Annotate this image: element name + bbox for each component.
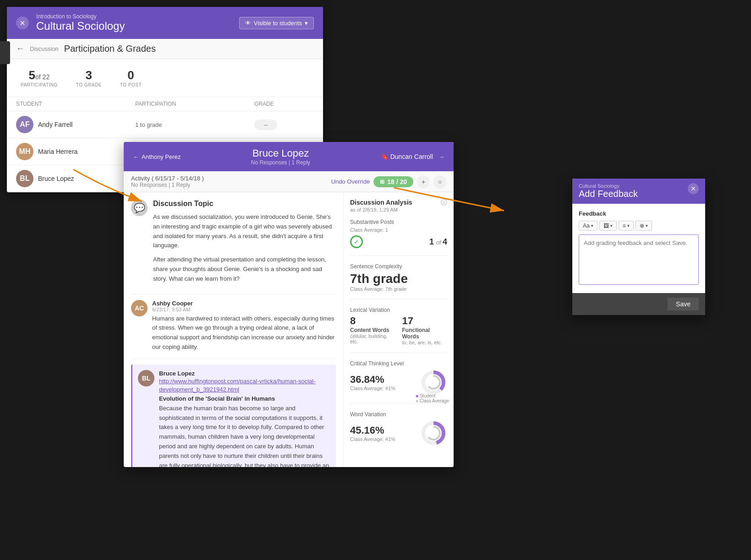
- grid-icon: ⊞: [380, 179, 384, 185]
- avatar: BL: [16, 170, 33, 187]
- student-name: Andy Farrell: [38, 121, 72, 128]
- main-panel-subtitle: Introduction to Sociology: [36, 13, 125, 20]
- prev-student-button[interactable]: ← Anthony Perez: [133, 153, 181, 160]
- feedback-body: Feedback Aa ▾ 🖼 ▾ ≡ ▾ ⊕ ▾: [572, 204, 705, 293]
- more-options-button[interactable]: ⊕ ▾: [636, 221, 652, 231]
- feedback-panel: Cultural Sociology Add Feedback × Feedba…: [572, 179, 705, 315]
- nav-title: Participation & Grades: [64, 43, 156, 54]
- chevron-down-icon: ▾: [591, 223, 593, 228]
- feedback-subtitle: Cultural Sociology: [579, 183, 638, 189]
- comment-link-title: Evolution of the 'Social Brain' in Human…: [159, 395, 330, 402]
- detail-panel: ← Anthony Perez Bruce Lopez No Responses…: [124, 142, 454, 467]
- align-button[interactable]: ≡ ▾: [619, 221, 634, 231]
- discussion-icon: 💬: [131, 200, 148, 216]
- bookmark-icon: 🔖: [381, 153, 389, 160]
- feedback-label: Feedback: [579, 210, 699, 217]
- svg-point-5: [427, 427, 440, 440]
- image-insert-button[interactable]: 🖼 ▾: [599, 221, 617, 231]
- metric-critical: Critical Thinking Level 36.84% Class Ave…: [350, 360, 447, 404]
- grade-minus-button[interactable]: ○: [433, 175, 446, 188]
- student-name: Maria Herrera: [38, 148, 77, 155]
- close-main-panel-button[interactable]: ×: [16, 16, 29, 29]
- activity-meta: No Responses | 1 Reply: [131, 182, 204, 188]
- detail-header: ← Anthony Perez Bruce Lopez No Responses…: [124, 142, 454, 171]
- stat-to-grade: 3 TO GRADE: [76, 68, 102, 87]
- highlighted-comment-block: BL Bruce Lopez http://www.huffingtonpost…: [131, 364, 336, 467]
- detail-student-meta: No Responses | 1 Reply: [251, 159, 310, 166]
- feedback-footer: Save: [572, 293, 705, 315]
- sidebar-partial: [0, 41, 10, 64]
- avatar: AF: [16, 116, 33, 133]
- analysis-date: as of 2/8/19, 1:29 AM: [350, 207, 412, 212]
- next-student-button[interactable]: →: [439, 153, 444, 160]
- comment-author: Bruce Lopez: [159, 370, 330, 377]
- analysis-title: Discussion Analysis: [350, 199, 412, 206]
- comment-link[interactable]: http://www.huffingtonpost.com/pascal-vrt…: [159, 378, 316, 393]
- discussion-topic-title: Discussion Topic: [153, 200, 336, 208]
- discussion-topic-text2: After attending the virtual presentation…: [153, 255, 336, 283]
- feedback-toolbar: Aa ▾ 🖼 ▾ ≡ ▾ ⊕ ▾: [579, 221, 699, 231]
- visible-to-students-button[interactable]: 👁 Visible to students ▾: [239, 17, 314, 29]
- comment-text: Humans are hardwired to interact with ot…: [152, 314, 336, 352]
- avatar: AC: [131, 300, 148, 316]
- eye-icon: 👁: [245, 20, 251, 27]
- chevron-down-icon: ▾: [627, 223, 630, 228]
- chevron-down-icon: ▾: [610, 223, 613, 228]
- analysis-panel: Discussion Analysis as of 2/8/19, 1:29 A…: [344, 192, 454, 467]
- info-icon[interactable]: ⓘ: [441, 199, 447, 207]
- feedback-title: Add Feedback: [579, 189, 638, 199]
- metric-word-variation: Word Variation 45.16% Class Average: 41%: [350, 411, 447, 454]
- student-name: Bruce Lopez: [38, 175, 74, 182]
- avatar: BL: [138, 370, 154, 386]
- stats-row: 5of 22 PARTICIPATING 3 TO GRADE 0 TO POS…: [7, 59, 323, 97]
- align-icon: ≡: [623, 223, 626, 229]
- stat-participating: 5of 22 PARTICIPATING: [21, 68, 58, 87]
- main-panel-header: × Introduction to Sociology Cultural Soc…: [7, 7, 323, 39]
- grade-badge: --: [254, 120, 277, 130]
- feedback-header: Cultural Sociology Add Feedback ×: [572, 179, 705, 204]
- table-header: Student Participation Grade: [7, 97, 323, 111]
- bookmark-button[interactable]: 🔖 Duncan Carroll: [381, 153, 433, 160]
- discussion-topic-text1: As we discussed socialization, you were …: [153, 212, 336, 250]
- nav-breadcrumb: Discussion: [30, 45, 59, 52]
- close-feedback-button[interactable]: ×: [688, 183, 699, 194]
- chevron-down-icon: ▾: [646, 223, 648, 228]
- critical-donut-chart: ■ Student ■ Class Average: [420, 369, 447, 396]
- right-arrow-icon: →: [439, 153, 444, 160]
- grade-pill: ⊞ 18 / 20: [373, 176, 413, 187]
- detail-body: 💬 Discussion Topic As we discussed socia…: [124, 192, 454, 467]
- metric-sentence: Sentence Complexity 7th grade Class Aver…: [350, 263, 447, 299]
- svg-point-2: [427, 376, 440, 389]
- left-arrow-icon: ←: [133, 153, 139, 160]
- comment-text: Because the human brain has become so la…: [159, 404, 330, 467]
- main-panel-title: Cultural Sociology: [36, 20, 125, 33]
- word-variation-donut-chart: [420, 419, 447, 447]
- activity-title: Activity ( 6/15/17 - 5/14/18 ): [131, 175, 204, 182]
- grade-plus-button[interactable]: +: [417, 175, 430, 188]
- table-row[interactable]: AF Andy Farrell 1 to grade --: [7, 111, 323, 138]
- detail-student-name: Bruce Lopez: [251, 147, 310, 159]
- participation-value: 1 to grade: [135, 121, 254, 128]
- check-icon: ✓: [350, 235, 363, 248]
- comment-author: Ashby Cooper: [152, 300, 336, 307]
- image-icon: 🖼: [603, 223, 609, 229]
- metric-substantive: Substantive Posts Class Average: 1 ✓ 1 o…: [350, 219, 447, 256]
- avatar: MH: [16, 143, 33, 160]
- detail-subheader: Activity ( 6/15/17 - 5/14/18 ) No Respon…: [124, 171, 454, 192]
- chevron-down-icon: ▾: [305, 20, 308, 27]
- stat-to-post: 0 TO POST: [120, 68, 142, 87]
- panel-nav: ← Discussion Participation & Grades: [7, 39, 323, 59]
- feedback-textarea[interactable]: [579, 234, 699, 285]
- discussion-area: 💬 Discussion Topic As we discussed socia…: [124, 192, 344, 467]
- comment-date: 6/23/17, 9:53 AM: [152, 307, 336, 312]
- font-size-button[interactable]: Aa ▾: [579, 221, 598, 231]
- save-button[interactable]: Save: [668, 298, 699, 310]
- grade-controls: Undo Override ⊞ 18 / 20 + ○: [331, 175, 446, 188]
- plus-circle-icon: ⊕: [640, 223, 644, 229]
- back-arrow-icon[interactable]: ←: [16, 44, 24, 54]
- comment-block: AC Ashby Cooper 6/23/17, 9:53 AM Humans …: [131, 300, 336, 352]
- undo-override-link[interactable]: Undo Override: [331, 178, 370, 185]
- metric-lexical: Lexical Variation 8 Content Words cellul…: [350, 307, 447, 353]
